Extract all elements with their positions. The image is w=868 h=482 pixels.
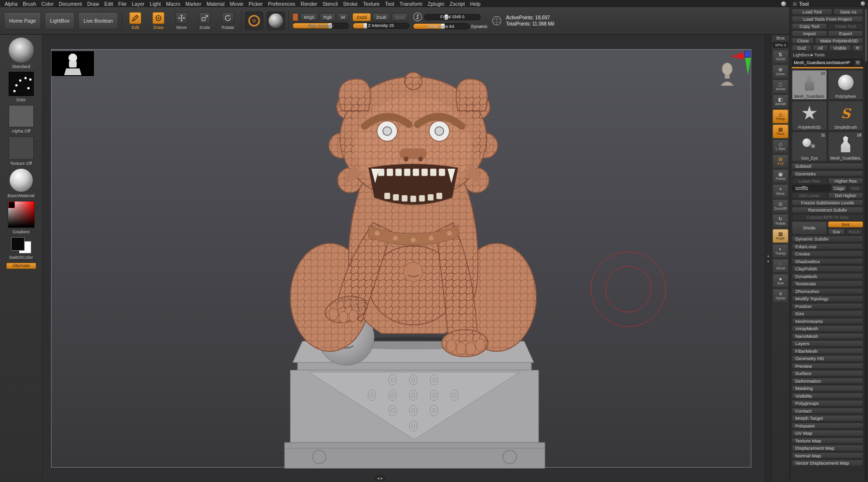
palette-section-header[interactable]: Polygroups	[792, 400, 863, 406]
current-alpha-thumbnail[interactable]	[9, 105, 34, 127]
zadd-button[interactable]: Zadd	[353, 13, 371, 21]
menu-item[interactable]: Light	[147, 1, 163, 7]
menu-item[interactable]: Help	[467, 1, 483, 7]
shelf-button[interactable]: ● Solo	[773, 274, 788, 288]
rotate-button[interactable]: Rotate	[218, 10, 238, 32]
higher-res-button[interactable]: Higher Res	[828, 178, 863, 184]
geometry-group-header[interactable]: ShadowBox	[792, 258, 863, 265]
palette-section-header[interactable]: Layers	[792, 340, 863, 347]
menu-item[interactable]: Color	[39, 1, 56, 7]
edit-button[interactable]: Edit	[125, 10, 145, 32]
palette-menu-icon[interactable]	[861, 1, 865, 6]
sdiv-knob[interactable]	[801, 186, 806, 190]
suv-button[interactable]: Suv	[828, 228, 845, 235]
load-tool-button[interactable]: Load Tool	[792, 9, 832, 15]
shelf-button[interactable]: ◌ Ghost	[773, 259, 788, 273]
draw-button[interactable]: Draw	[149, 10, 168, 32]
lower-res-button[interactable]: Lower Res	[792, 178, 827, 184]
import-button[interactable]: Import	[792, 30, 827, 37]
live-boolean-button[interactable]: Live Boolean	[78, 12, 118, 29]
export-button[interactable]: Export	[828, 30, 863, 37]
quick-pick-icon[interactable]	[781, 1, 786, 6]
tool-thumbnail[interactable]: 18 Mesh_GuardianL	[792, 70, 827, 100]
document-canvas[interactable]: ◂▸	[42, 35, 765, 482]
zsub-button[interactable]: Zsub	[372, 13, 390, 21]
shelf-button[interactable]: ⊕ Zoom	[773, 65, 788, 79]
palette-section-header[interactable]: Texture Map	[792, 438, 863, 444]
palette-section-header[interactable]: Normal Map	[792, 453, 863, 459]
zcut-button[interactable]: Zcut	[392, 13, 408, 21]
menu-item[interactable]: Draw	[84, 1, 102, 7]
stroke-picker[interactable]	[245, 12, 263, 30]
palette-section-header[interactable]: ArrayMesh	[792, 325, 863, 332]
menu-item[interactable]: Zscript	[447, 1, 468, 7]
tool-thumbnail[interactable]: SimpleBrush	[828, 101, 863, 131]
color-swatch[interactable]	[292, 13, 298, 21]
menu-item[interactable]: Stencil	[320, 1, 340, 7]
shelf-button[interactable]: ◇ L.Sym	[773, 139, 788, 153]
shelf-button[interactable]: + Move	[773, 184, 788, 198]
geometry-group-header[interactable]: Dynamic Subdiv	[792, 236, 863, 242]
palette-scrollbar[interactable]	[865, 8, 868, 481]
menu-item[interactable]: Stroke	[340, 1, 360, 7]
reuv-button[interactable]: ReUV	[846, 228, 863, 235]
menu-item[interactable]: Texture	[360, 1, 382, 7]
save-as-button[interactable]: Save As	[833, 9, 863, 15]
palette-section-header[interactable]: Polypaint	[792, 423, 863, 429]
del-lower-button[interactable]: Del Lower	[792, 192, 827, 199]
geometry-section-header[interactable]: Geometry	[792, 171, 863, 177]
menu-item[interactable]: File	[116, 1, 129, 7]
shelf-button[interactable]: ◧ AAHalf	[773, 94, 788, 108]
goz-r-button[interactable]: R	[852, 45, 863, 51]
palette-section-header[interactable]: Contact	[792, 408, 863, 414]
focal-shift-slider[interactable]: Focal Shift 0	[424, 14, 481, 20]
sdiv-slider[interactable]: SDiv 1	[792, 185, 830, 191]
color-picker[interactable]	[8, 201, 35, 228]
smt-button[interactable]: Smt	[828, 221, 863, 228]
menu-item[interactable]: Render	[298, 1, 320, 7]
lightbox-tools-link[interactable]: Lightbox►Tools	[792, 52, 863, 59]
palette-section-header[interactable]: Visibility	[792, 393, 863, 399]
palette-section-header[interactable]: UV Map	[792, 430, 863, 436]
subtool-section-header[interactable]: Subtool	[792, 163, 863, 169]
reconstruct-subdiv-button[interactable]: Reconstruct Subdiv	[792, 207, 863, 213]
shelf-button[interactable]: ▦ Floor	[773, 124, 788, 138]
copy-tool-button[interactable]: Copy Tool	[792, 23, 827, 29]
move-button[interactable]: Move	[172, 10, 191, 32]
current-tool-button[interactable]: Mesh_GuardianLionStatueHP R	[792, 59, 863, 67]
menu-item[interactable]: Marker	[183, 1, 204, 7]
dynamic-toggle[interactable]: Dynamic	[471, 24, 488, 29]
clone-button[interactable]: Clone	[792, 38, 814, 44]
menu-item[interactable]: Movie	[227, 1, 246, 7]
palette-section-header[interactable]: Surface	[792, 370, 863, 376]
menu-item[interactable]: Document	[56, 1, 84, 7]
goz-button[interactable]: GoZ	[792, 45, 812, 51]
canvas-h-scrollbar[interactable]: ◂▸	[375, 475, 385, 481]
shelf-button[interactable]: □ Actual	[773, 80, 788, 94]
mrgb-button[interactable]: Mrgb	[300, 13, 318, 21]
menu-item[interactable]: Macro	[163, 1, 183, 7]
palette-section-header[interactable]: FiberMesh	[792, 348, 863, 354]
geometry-group-header[interactable]: Position	[792, 303, 863, 309]
palette-section-header[interactable]: NanoMesh	[792, 333, 863, 339]
shelf-button[interactable]: ⇅ Scroll	[773, 50, 788, 64]
menu-item[interactable]: Tool	[382, 1, 397, 7]
switch-color-widget[interactable]	[10, 237, 32, 254]
shelf-button[interactable]: ⊞ XYZ	[773, 154, 788, 168]
divide-button[interactable]: Divide	[792, 221, 827, 235]
palette-section-header[interactable]: Deformation	[792, 378, 863, 384]
document-preview-thumbnail[interactable]	[51, 51, 95, 77]
menu-item[interactable]: Brush	[20, 1, 39, 7]
alternate-button[interactable]: Alternate	[6, 263, 36, 269]
menu-item[interactable]: Edit	[102, 1, 116, 7]
current-brush-thumbnail[interactable]	[9, 38, 34, 63]
current-texture-thumbnail[interactable]	[9, 136, 34, 160]
del-higher-button[interactable]: Del Higher	[828, 192, 863, 199]
freeze-subdivision-levels-button[interactable]: Freeze SubDivision Levels	[792, 200, 863, 206]
shelf-button[interactable]: ▣ Frame	[773, 169, 788, 183]
palette-section-header[interactable]: Geometry HD	[792, 355, 863, 362]
current-tool-r-button[interactable]: R	[854, 60, 861, 66]
geometry-group-header[interactable]: EdgeLoop	[792, 243, 863, 250]
tool-thumbnail[interactable]: 18 Mesh_GuardianL	[828, 132, 863, 161]
guardian-lion-model[interactable]	[247, 54, 580, 469]
